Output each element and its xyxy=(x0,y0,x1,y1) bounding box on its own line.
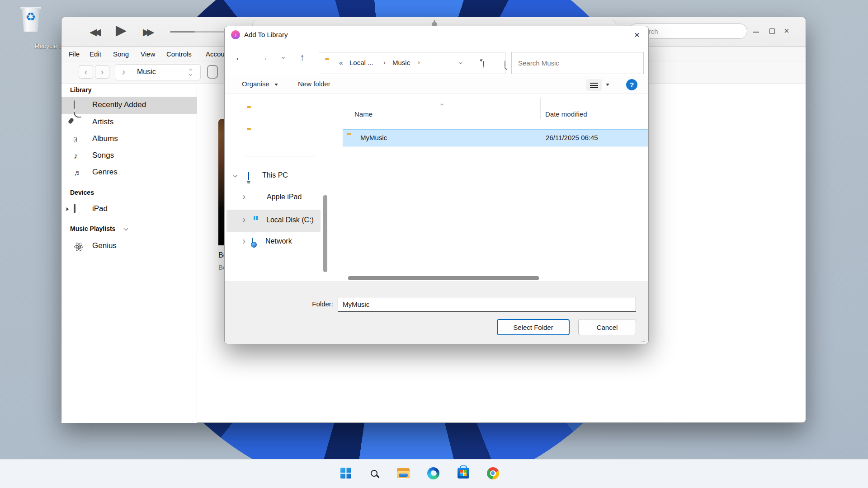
maximize-button[interactable] xyxy=(769,28,775,34)
tree-item-label: This PC xyxy=(262,171,288,179)
chrome-button[interactable] xyxy=(482,462,504,484)
spinner-down-icon xyxy=(189,73,192,76)
sidebar-item-recently-added[interactable]: Recently Added xyxy=(61,97,197,114)
organise-button[interactable]: Organise xyxy=(242,80,269,88)
itunes-sidebar: Library Recently Added Artists ♪ Albums … xyxy=(61,84,197,423)
menu-song[interactable]: Song xyxy=(113,50,129,58)
previous-track-button[interactable]: ◀◀ xyxy=(90,27,98,37)
new-folder-button[interactable]: New folder xyxy=(298,80,330,88)
tree-scrollbar[interactable] xyxy=(323,195,327,272)
tree-divider xyxy=(245,156,316,156)
folder-name-input[interactable] xyxy=(338,297,636,312)
library-back-button[interactable]: ‹ xyxy=(79,65,93,79)
search-icon xyxy=(371,470,377,477)
menu-file[interactable]: File xyxy=(69,50,80,58)
sidebar-item-label: Genius xyxy=(92,241,117,250)
itunes-app-icon: ♪ xyxy=(231,30,240,39)
sidebar-item-songs[interactable]: ♪ Songs xyxy=(61,147,197,164)
desktop: ♻ Recycle Bin ◀◀ ▶ ▶▶ × File Edit Song V… xyxy=(0,0,868,488)
tree-item-local-disk[interactable]: Local Disk (C:) xyxy=(226,210,321,232)
column-divider[interactable] xyxy=(540,98,541,119)
address-dropdown-icon[interactable] xyxy=(459,61,462,64)
organise-dropdown-icon[interactable] xyxy=(274,84,278,86)
list-view-icon xyxy=(590,82,598,88)
library-section-header: Library xyxy=(70,86,91,94)
address-bar[interactable]: « Local ... › Music › xyxy=(319,52,505,74)
tree-item-this-pc[interactable]: This PC xyxy=(225,167,333,185)
ipad-icon xyxy=(74,204,75,213)
menu-edit[interactable]: Edit xyxy=(90,50,101,58)
expand-icon[interactable] xyxy=(241,239,245,244)
sidebar-item-genius[interactable]: Genius xyxy=(61,238,197,255)
sidebar-item-label: iPad xyxy=(92,204,108,213)
column-header-name[interactable]: Name xyxy=(354,110,373,118)
taskbar-search-button[interactable] xyxy=(363,462,385,484)
minimize-button[interactable] xyxy=(753,32,759,33)
playlists-collapse-icon[interactable] xyxy=(124,226,128,231)
folder-field-label: Folder: xyxy=(288,300,333,308)
songs-note-icon: ♪ xyxy=(74,151,85,160)
volume-slider-fill xyxy=(170,31,195,33)
up-button[interactable]: ↑ xyxy=(300,52,305,62)
back-button[interactable]: ← xyxy=(235,52,244,62)
edge-button[interactable] xyxy=(422,462,444,484)
file-date-modified: 26/11/2025 06:45 xyxy=(546,134,598,141)
menu-controls[interactable]: Controls xyxy=(166,50,192,58)
breadcrumb-separator-icon: › xyxy=(418,58,420,66)
sidebar-item-label: Genres xyxy=(92,168,118,177)
refresh-icon[interactable] xyxy=(483,59,484,68)
media-type-value: Music xyxy=(137,68,156,76)
sidebar-item-genres[interactable]: ♬ Genres xyxy=(61,164,197,181)
expand-arrow-icon[interactable] xyxy=(66,207,69,211)
expand-icon[interactable] xyxy=(241,195,245,200)
miniplayer-icon[interactable] xyxy=(207,65,218,79)
file-explorer-icon xyxy=(397,468,410,478)
view-mode-button[interactable] xyxy=(586,79,602,91)
tree-item-apple-ipad[interactable]: Apple iPad xyxy=(225,189,333,207)
genres-guitars-icon: ♬ xyxy=(74,168,85,177)
dialog-navigation-bar: ← → ↑ « Local ... › Music › xyxy=(225,43,648,76)
play-button[interactable]: ▶ xyxy=(116,23,127,37)
view-dropdown-icon[interactable] xyxy=(606,84,609,86)
this-pc-icon xyxy=(248,172,249,180)
breadcrumb-overflow[interactable]: « xyxy=(339,59,343,66)
menu-account[interactable]: Accou xyxy=(206,50,225,58)
file-explorer-button[interactable] xyxy=(392,462,414,484)
window-close-button[interactable]: × xyxy=(784,26,789,35)
cancel-button[interactable]: Cancel xyxy=(578,319,636,335)
file-row-mymusic[interactable]: MyMusic 26/11/2025 06:45 xyxy=(343,129,649,146)
breadcrumb-parent[interactable]: Local ... xyxy=(349,59,373,66)
tree-item-label: Local Disk (C:) xyxy=(266,216,314,224)
spinner-up-icon xyxy=(189,69,192,72)
breadcrumb-current[interactable]: Music xyxy=(392,59,410,66)
sidebar-item-label: Artists xyxy=(92,117,113,127)
media-type-selector[interactable]: ♪ Music xyxy=(115,64,201,80)
column-header-date-modified[interactable]: Date modified xyxy=(545,110,587,118)
sidebar-item-ipad[interactable]: iPad xyxy=(61,201,197,218)
dialog-close-button[interactable]: × xyxy=(631,29,643,41)
sidebar-item-albums[interactable]: ♪ Albums xyxy=(61,131,197,148)
sidebar-item-artists[interactable]: Artists xyxy=(61,114,197,131)
library-forward-button[interactable]: › xyxy=(95,65,109,79)
help-button[interactable]: ? xyxy=(626,79,637,90)
forward-button[interactable]: → xyxy=(259,52,269,62)
menu-view[interactable]: View xyxy=(141,50,155,58)
next-track-button[interactable]: ▶▶ xyxy=(143,27,151,37)
dialog-title: Add To Library xyxy=(244,31,288,38)
devices-section-header: Devices xyxy=(70,189,94,196)
expand-icon[interactable] xyxy=(241,218,245,223)
search-icon xyxy=(505,60,505,69)
microsoft-store-button[interactable] xyxy=(453,462,474,484)
select-folder-button[interactable]: Select Folder xyxy=(497,319,570,335)
sidebar-item-label: Songs xyxy=(92,151,114,160)
start-button[interactable] xyxy=(335,462,357,484)
folder-tree-panel: This PC Apple iPad Local Disk (C:) Netwo… xyxy=(225,94,333,278)
recycle-bin-icon[interactable]: ♻ Recycle Bin xyxy=(10,5,52,52)
tree-item-network[interactable]: Network xyxy=(225,233,333,251)
breadcrumb-separator-icon: › xyxy=(383,58,386,66)
collapse-icon[interactable] xyxy=(233,173,238,178)
dialog-search-input[interactable] xyxy=(512,52,643,74)
dialog-footer: Folder: Select Folder Cancel xyxy=(225,282,648,344)
horizontal-scrollbar[interactable] xyxy=(348,276,539,280)
recent-locations-icon[interactable] xyxy=(282,56,285,59)
